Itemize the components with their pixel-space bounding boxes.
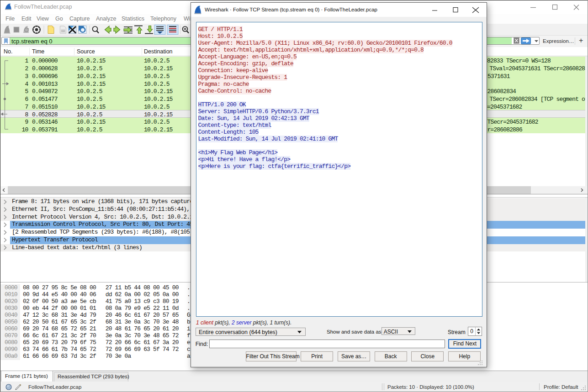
svg-text:010: 010 [61, 30, 65, 32]
